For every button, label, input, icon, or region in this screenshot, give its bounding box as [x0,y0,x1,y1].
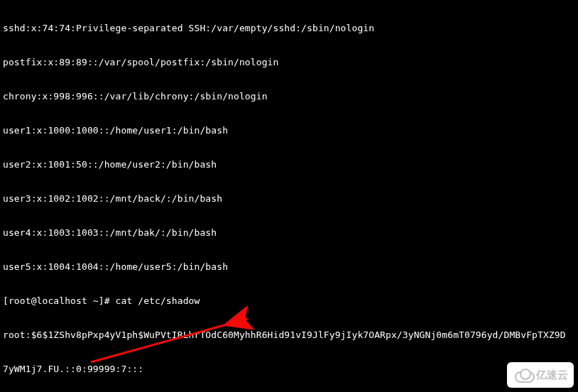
cloud-icon [513,369,533,381]
terminal-line: postfix:x:89:89::/var/spool/postfix:/sbi… [3,57,575,68]
terminal-line: [root@localhost ~]# cat /etc/shadow [3,295,575,307]
terminal-line: user2:x:1001:50::/home/user2:/bin/bash [3,159,575,170]
terminal-line: user5:x:1004:1004::/home/user5:/bin/bash [3,261,575,273]
terminal-window[interactable]: sshd:x:74:74:Privilege-separated SSH:/va… [0,0,578,392]
terminal-line: root:$6$1ZShv8pPxp4yV1ph$WuPVtIRLhrTOdC6… [3,330,575,341]
watermark-text: 亿速云 [536,369,568,382]
terminal-line: sshd:x:74:74:Privilege-separated SSH:/va… [3,23,575,34]
terminal-line: user4:x:1003:1003::/mnt/bak/:/bin/bash [3,227,575,239]
terminal-line: chrony:x:998:996::/var/lib/chrony:/sbin/… [3,91,575,102]
terminal-line: user1:x:1000:1000::/home/user1:/bin/bash [3,125,575,136]
terminal-line: 7yWM1j7.FU.::0:99999:7::: [3,364,575,375]
watermark-logo: 亿速云 [507,362,574,388]
terminal-line: user3:x:1002:1002::/mnt/back/:/bin/bash [3,193,575,205]
